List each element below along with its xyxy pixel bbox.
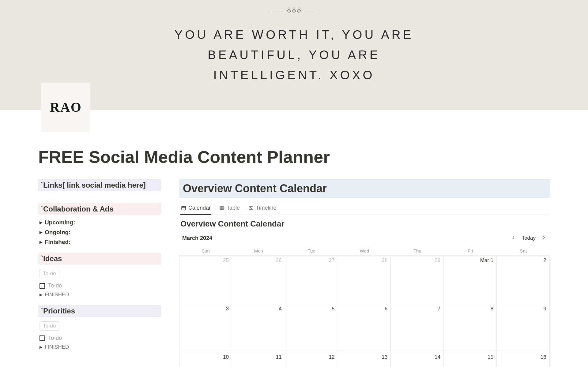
links-heading[interactable]: `Links[ link social media here]	[38, 179, 161, 191]
cover-quote: YOU ARE WORTH IT, YOU ARE BEAUTIFUL, YOU…	[156, 24, 432, 85]
toggle-upcoming[interactable]: ▶ Upcoming:	[38, 218, 161, 227]
dayname: Thu	[391, 246, 444, 255]
calendar-cell[interactable]: 25	[179, 256, 232, 304]
calendar-cell[interactable]: 14	[391, 352, 444, 367]
database-title[interactable]: Overview Content Calendar	[180, 219, 550, 229]
cover-banner: YOU ARE WORTH IT, YOU ARE BEAUTIFUL, YOU…	[0, 0, 588, 110]
calendar-cell[interactable]: 15	[444, 352, 497, 367]
timeline-icon	[248, 205, 254, 211]
calendar-cell[interactable]: 27	[285, 256, 338, 304]
tab-table[interactable]: Table	[219, 202, 240, 215]
calendar-date: 25	[223, 257, 229, 264]
calendar-date: 3	[226, 306, 228, 312]
dayname: Wed	[338, 246, 391, 255]
dayname: Sun	[179, 246, 232, 255]
calendar-cell[interactable]: 11	[232, 352, 285, 367]
today-button[interactable]: Today	[522, 235, 536, 241]
checkbox-icon[interactable]	[40, 283, 45, 289]
calendar-date: 12	[329, 354, 335, 360]
divider-ornament	[270, 9, 318, 12]
calendar-icon	[181, 205, 186, 211]
calendar-date: 14	[435, 354, 440, 360]
calendar-daynames: Sun Mon Tue Wed Thu Fri Sat	[179, 246, 550, 255]
calendar-date: 29	[435, 257, 440, 264]
calendar-cell[interactable]: 3	[179, 304, 232, 352]
calendar-cell[interactable]: 5	[285, 304, 338, 352]
svg-rect-7	[250, 207, 251, 208]
calendar-cell[interactable]: 8	[444, 304, 497, 352]
toggle-label: Finished:	[45, 239, 70, 245]
chevron-right-icon: ▶	[40, 345, 42, 349]
svg-rect-2	[220, 206, 224, 210]
calendar-date: 5	[332, 306, 334, 312]
calendar-date: 2	[544, 257, 546, 264]
chevron-right-icon: ▶	[40, 293, 42, 297]
calendar-cell[interactable]: 16	[497, 352, 550, 367]
calendar-date: 16	[541, 354, 546, 360]
calendar-date: 15	[488, 354, 493, 360]
calendar-cell[interactable]: 26	[232, 256, 285, 304]
todo-label: To-do	[48, 335, 62, 341]
calendar-grid: 2526272829Mar 12345678910111213141516	[179, 256, 550, 367]
view-tabs: Calendar Table Timeline	[179, 202, 550, 215]
dayname: Mon	[232, 246, 285, 255]
sidebar-column: `Links[ link social media here] `Collabo…	[38, 179, 161, 367]
calendar-month-label[interactable]: March 2024	[182, 235, 212, 242]
toggle-finished-priorities[interactable]: ▶ FINISHED	[38, 343, 161, 352]
todo-placeholder[interactable]: To-do	[40, 269, 59, 278]
calendar-cell[interactable]: 9	[497, 304, 550, 352]
overview-heading[interactable]: Overview Content Calendar	[179, 179, 550, 198]
tab-calendar[interactable]: Calendar	[180, 202, 211, 215]
calendar-cell[interactable]: 29	[391, 256, 444, 304]
calendar-cell[interactable]: 13	[338, 352, 391, 367]
chevron-right-icon	[542, 235, 545, 240]
calendar-cell[interactable]: 4	[232, 304, 285, 352]
toggle-finished-ideas[interactable]: ▶ FINISHED	[38, 290, 161, 299]
svg-rect-6	[249, 206, 253, 210]
next-month-button[interactable]	[540, 234, 548, 242]
calendar-cell[interactable]: 12	[285, 352, 338, 367]
priorities-heading[interactable]: `Priorities	[38, 305, 161, 317]
svg-rect-8	[251, 208, 252, 209]
chevron-right-icon: ▶	[40, 240, 42, 244]
calendar-cell[interactable]: 28	[338, 256, 391, 304]
calendar-date: 7	[438, 306, 440, 312]
toggle-finished[interactable]: ▶ Finished:	[38, 237, 161, 247]
calendar-cell[interactable]: 10	[179, 352, 232, 367]
toggle-label: Upcoming:	[45, 219, 75, 226]
tab-timeline[interactable]: Timeline	[248, 202, 277, 215]
todo-label: To-do	[48, 283, 62, 289]
calendar-cell[interactable]: 7	[391, 304, 444, 352]
checkbox-icon[interactable]	[40, 335, 45, 341]
dayname: Tue	[285, 246, 338, 255]
chevron-left-icon	[512, 235, 515, 240]
tab-label: Calendar	[188, 205, 211, 211]
svg-rect-0	[182, 206, 186, 210]
tab-label: Table	[227, 205, 240, 211]
todo-item[interactable]: To-do	[38, 281, 161, 290]
dayname: Sat	[497, 246, 550, 255]
collab-heading[interactable]: `Collaboration & Ads	[38, 203, 161, 215]
toggle-ongoing[interactable]: ▶ Ongoing:	[38, 227, 161, 237]
calendar-cell[interactable]: 2	[497, 256, 550, 304]
toggle-label: FINISHED	[45, 292, 69, 298]
page-icon[interactable]: RAO	[41, 83, 90, 132]
toggle-label: Ongoing:	[45, 229, 70, 236]
table-icon	[219, 205, 224, 211]
calendar-cell[interactable]: 6	[338, 304, 391, 352]
todo-item[interactable]: To-do	[38, 334, 161, 343]
todo-placeholder[interactable]: To-do	[40, 321, 59, 331]
calendar-date: 4	[279, 306, 281, 312]
calendar-date: 10	[223, 354, 229, 360]
calendar-date: 11	[276, 354, 282, 360]
calendar-date: 26	[276, 257, 282, 264]
calendar-date: 27	[329, 257, 335, 264]
page-title[interactable]: FREE Social Media Content Planner	[38, 147, 550, 167]
calendar-date: 9	[544, 306, 546, 312]
prev-month-button[interactable]	[510, 234, 518, 242]
ideas-heading[interactable]: `Ideas	[38, 253, 161, 265]
calendar-date: 6	[385, 306, 387, 312]
calendar-cell[interactable]: Mar 1	[444, 256, 497, 304]
calendar-date: 13	[382, 354, 388, 360]
tab-label: Timeline	[256, 205, 276, 211]
